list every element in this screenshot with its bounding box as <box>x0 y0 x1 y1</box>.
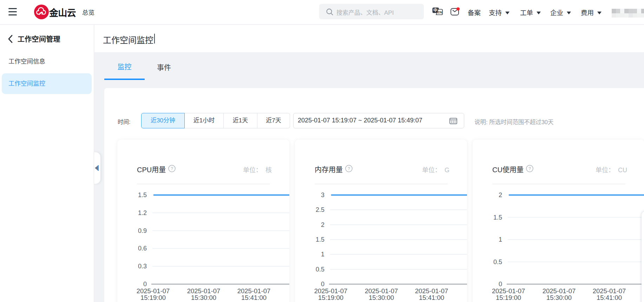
svg-text:15:41:00: 15:41:00 <box>241 294 267 301</box>
svg-text:1.2: 1.2 <box>138 209 147 216</box>
svg-text:2: 2 <box>321 221 324 228</box>
svg-text:15:19:00: 15:19:00 <box>140 294 166 301</box>
svg-text:2025-01-07: 2025-01-07 <box>237 287 271 295</box>
svg-text:2025-01-07: 2025-01-07 <box>137 287 170 295</box>
svg-text:2025-01-07: 2025-01-07 <box>543 287 576 295</box>
svg-text:1: 1 <box>499 236 502 243</box>
svg-text:15:30:00: 15:30:00 <box>546 294 572 301</box>
svg-text:2025-01-07: 2025-01-07 <box>365 287 398 295</box>
svg-text:15:41:00: 15:41:00 <box>597 294 622 301</box>
svg-text:0.6: 0.6 <box>138 245 147 252</box>
svg-text:1: 1 <box>321 251 324 258</box>
svg-text:0.3: 0.3 <box>138 263 147 270</box>
svg-text:2025-01-07: 2025-01-07 <box>187 287 221 295</box>
svg-text:0.9: 0.9 <box>138 227 147 234</box>
svg-text:15:30:00: 15:30:00 <box>191 294 216 301</box>
svg-text:3: 3 <box>321 192 324 199</box>
svg-text:1.5: 1.5 <box>138 192 147 199</box>
svg-text:0: 0 <box>499 281 502 288</box>
svg-text:1.5: 1.5 <box>316 236 324 243</box>
svg-text:2025-01-07: 2025-01-07 <box>593 287 626 295</box>
svg-text:0: 0 <box>321 281 324 288</box>
svg-text:15:41:00: 15:41:00 <box>419 294 444 301</box>
svg-text:15:30:00: 15:30:00 <box>369 294 394 301</box>
svg-text:2025-01-07: 2025-01-07 <box>415 287 448 295</box>
svg-text:0: 0 <box>143 281 147 288</box>
svg-text:中: 中 <box>433 8 438 12</box>
svg-text:2.5: 2.5 <box>316 206 324 213</box>
svg-text:2025-01-07: 2025-01-07 <box>492 287 525 295</box>
svg-text:2: 2 <box>499 192 502 199</box>
svg-text:0.5: 0.5 <box>316 266 324 273</box>
svg-text:15:19:00: 15:19:00 <box>496 294 521 301</box>
svg-text:1.5: 1.5 <box>493 214 502 221</box>
svg-text:EN: EN <box>438 10 442 14</box>
svg-text:2025-01-07: 2025-01-07 <box>314 287 348 295</box>
svg-text:15:19:00: 15:19:00 <box>318 294 343 301</box>
svg-text:0.5: 0.5 <box>493 259 502 266</box>
